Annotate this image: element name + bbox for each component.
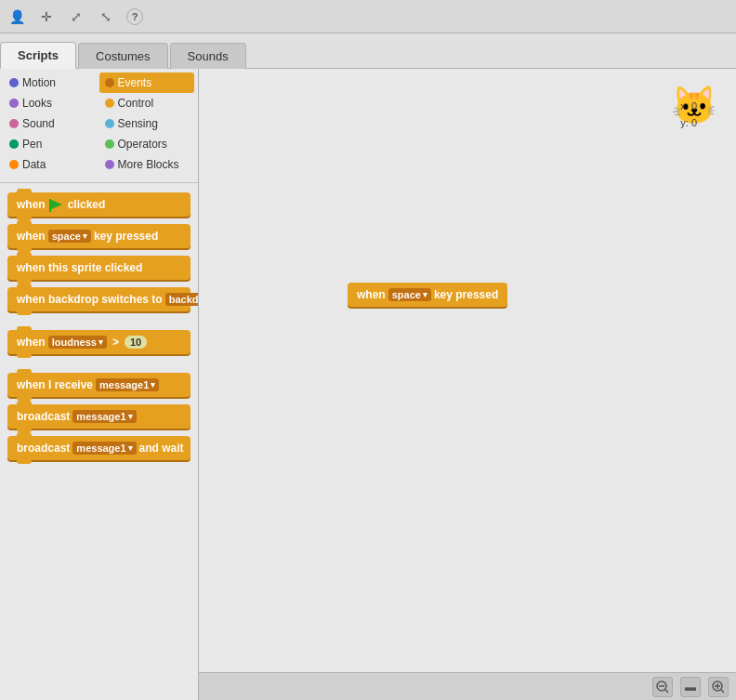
tab-scripts[interactable]: Scripts xyxy=(0,42,76,69)
broadcast-dropdown[interactable]: message1 xyxy=(72,410,136,423)
category-events[interactable]: Events xyxy=(99,73,195,93)
block-receive-text: when I receive xyxy=(17,378,93,391)
zoom-reset-button[interactable]: ▬ xyxy=(680,677,701,697)
main-layout: Motion Events Looks Control Sound Se xyxy=(0,69,736,700)
category-sound[interactable]: Sound xyxy=(4,113,99,134)
receive-dropdown[interactable]: message1 xyxy=(96,378,159,391)
zoom-out-button[interactable] xyxy=(652,677,673,697)
control-dot xyxy=(105,99,114,108)
block-sensor-when: when xyxy=(17,336,46,349)
top-toolbar: 👤 ✛ ⤢ ⤡ ? xyxy=(0,0,736,33)
y-label: y: xyxy=(680,117,689,128)
motion-dot xyxy=(9,78,19,87)
block-spacer xyxy=(7,319,191,323)
category-data[interactable]: Data xyxy=(4,154,99,175)
category-sensing[interactable]: Sensing xyxy=(99,113,195,134)
block-when-key-text: key pressed xyxy=(94,230,158,243)
block-broadcast-wait-text: broadcast xyxy=(17,442,70,455)
category-pen[interactable]: Pen xyxy=(4,134,99,154)
operators-dot xyxy=(105,139,114,149)
block-when-sprite-text: when this sprite clicked xyxy=(17,261,142,274)
block-when-key[interactable]: when space key pressed xyxy=(7,224,191,248)
svg-marker-0 xyxy=(49,199,62,210)
canvas-key-dropdown[interactable]: space xyxy=(388,288,431,301)
tab-costumes[interactable]: Costumes xyxy=(78,43,168,69)
tab-sounds[interactable]: Sounds xyxy=(170,43,246,69)
block-when-receive[interactable]: when I receive message1 xyxy=(7,373,191,397)
data-dot xyxy=(9,160,19,169)
person-icon[interactable]: 👤 xyxy=(7,7,26,26)
backdrop-dropdown[interactable]: backd xyxy=(165,293,199,306)
flag-icon xyxy=(49,199,64,212)
block-broadcast-wait-and: and wait xyxy=(139,442,184,455)
x-label: x: xyxy=(680,100,689,112)
left-panel: Motion Events Looks Control Sound Se xyxy=(0,69,199,700)
category-operators[interactable]: Operators xyxy=(99,134,195,154)
move-icon[interactable]: ✛ xyxy=(37,7,56,26)
y-value: 0 xyxy=(691,117,697,128)
broadcast-wait-dropdown[interactable]: message1 xyxy=(72,442,136,455)
category-motion[interactable]: Motion xyxy=(4,73,99,93)
x-value: 0 xyxy=(691,100,697,112)
sensor-value[interactable]: 10 xyxy=(125,336,147,349)
blocks-area: when clicked when space key pressed when… xyxy=(0,187,198,466)
block-spacer2 xyxy=(7,362,191,365)
block-broadcast[interactable]: broadcast message1 xyxy=(7,404,191,429)
block-when-flag-when: when xyxy=(17,198,46,211)
svg-line-3 xyxy=(665,689,669,693)
canvas-when-key-block[interactable]: when space key pressed xyxy=(348,283,507,307)
expand-icon[interactable]: ⤢ xyxy=(67,7,85,26)
canvas-inner[interactable]: when space key pressed 🐱 x: 0 y: 0 xyxy=(199,69,736,672)
category-more-blocks[interactable]: More Blocks xyxy=(99,154,195,175)
category-grid: Motion Events Looks Control Sound Se xyxy=(0,69,198,178)
block-broadcast-text: broadcast xyxy=(17,410,70,423)
sensing-dot xyxy=(105,119,114,128)
block-when-flag-clicked: clicked xyxy=(68,198,106,211)
block-broadcast-wait[interactable]: broadcast message1 and wait xyxy=(7,436,191,460)
sensor-dropdown[interactable]: loudness xyxy=(48,336,107,349)
block-when-sprite[interactable]: when this sprite clicked xyxy=(7,256,191,280)
canvas-block-text: key pressed xyxy=(434,288,498,301)
canvas-block-when: when xyxy=(357,288,386,301)
divider xyxy=(0,182,198,183)
zoom-mid-icon: ▬ xyxy=(685,680,696,693)
block-backdrop-text: when backdrop switches to xyxy=(17,293,163,306)
help-icon[interactable]: ? xyxy=(126,8,143,25)
block-when-sensor[interactable]: when loudness > 10 xyxy=(7,330,191,354)
pen-dot xyxy=(9,139,19,149)
block-sensor-gt: > xyxy=(112,336,119,349)
canvas-bottom-bar: ▬ xyxy=(199,672,736,700)
category-looks[interactable]: Looks xyxy=(4,93,99,113)
block-when-key-when: when xyxy=(17,230,46,243)
category-control[interactable]: Control xyxy=(99,93,195,113)
canvas-area: when space key pressed 🐱 x: 0 y: 0 xyxy=(199,69,736,700)
zoom-in-button[interactable] xyxy=(708,677,729,697)
block-when-flag[interactable]: when clicked xyxy=(7,192,191,217)
cat-sprite: 🐱 x: 0 y: 0 xyxy=(671,84,717,127)
tabs-bar: Scripts Costumes Sounds xyxy=(0,33,736,69)
block-when-backdrop[interactable]: when backdrop switches to backd xyxy=(7,287,191,311)
svg-rect-1 xyxy=(49,199,51,212)
looks-dot xyxy=(9,99,19,108)
svg-line-6 xyxy=(721,689,725,693)
events-dot xyxy=(105,78,114,87)
key-dropdown[interactable]: space xyxy=(48,230,91,243)
coordinates: x: 0 y: 0 xyxy=(680,99,697,131)
shrink-icon[interactable]: ⤡ xyxy=(97,7,115,26)
more-blocks-dot xyxy=(105,160,114,169)
sound-dot xyxy=(9,119,19,128)
